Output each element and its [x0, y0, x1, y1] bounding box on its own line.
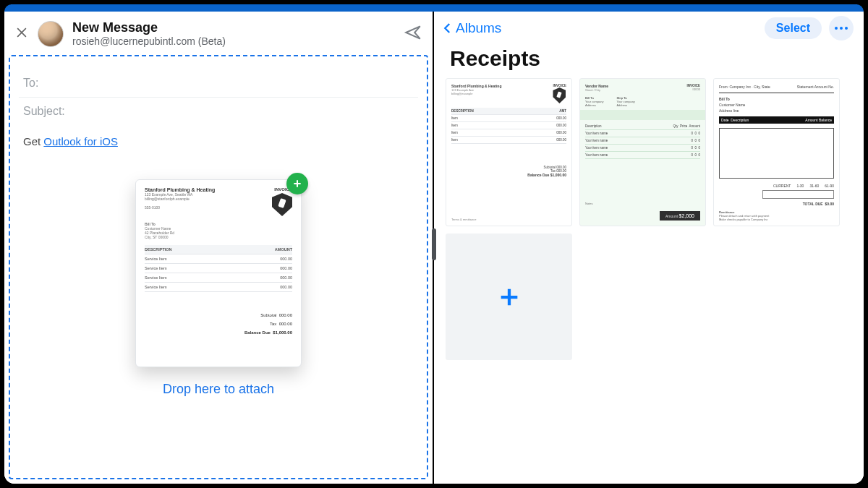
ellipsis-icon [835, 27, 838, 30]
shield-icon [272, 193, 292, 216]
photo-thumb[interactable]: Stanford Plumbing & Heating 123 Example … [446, 78, 572, 226]
compose-from: rosieh@lucernepubintl.com (Beta) [72, 35, 226, 47]
plus-icon [497, 285, 522, 309]
more-button[interactable] [829, 16, 854, 40]
app-top-accent [4, 4, 864, 12]
chevron-left-icon [441, 20, 454, 36]
album-title: Receipts [434, 43, 864, 78]
to-field[interactable]: To: [19, 69, 418, 98]
add-badge-icon [286, 173, 308, 194]
outlook-compose-pane: New Message rosieh@lucernepubintl.com (B… [4, 4, 434, 484]
shield-icon [553, 87, 566, 103]
subject-field[interactable]: Subject: [19, 98, 418, 125]
photos-nav: Albums Select [434, 12, 864, 43]
compose-title: New Message [72, 20, 226, 35]
back-button[interactable]: Albums [441, 20, 501, 36]
outlook-ios-link[interactable]: Outlook for iOS [43, 135, 118, 147]
receipt-drag-card: Stanford Plumbing & Heating 123 Example … [135, 179, 302, 367]
avatar[interactable] [38, 21, 64, 47]
split-view-handle[interactable] [432, 228, 436, 260]
receipt-company: Stanford Plumbing & Heating [145, 187, 215, 192]
select-button[interactable]: Select [765, 17, 822, 39]
close-icon[interactable] [14, 25, 29, 43]
photos-pane: Albums Select Receipts Stanford Plumbing… [434, 4, 864, 484]
send-icon[interactable] [404, 23, 422, 45]
drop-zone[interactable]: To: Subject: Get Outlook for iOS Stanfor… [9, 55, 428, 479]
photo-thumb[interactable]: Vendor Name Street / City INVOICE #0000 … [579, 78, 706, 226]
compose-header: New Message rosieh@lucernepubintl.com (B… [4, 13, 433, 57]
signature-prefix: Get [23, 135, 43, 147]
photo-thumb[interactable]: From: Company Inc · City, StateStatement… [713, 78, 840, 226]
drop-hint: Drop here to attach [10, 382, 427, 397]
drag-preview[interactable]: Stanford Plumbing & Heating 123 Example … [135, 179, 302, 367]
back-label: Albums [456, 20, 501, 36]
compose-heading: New Message rosieh@lucernepubintl.com (B… [72, 20, 226, 47]
invoice-total: Amount $2,000 [660, 211, 700, 221]
photo-grid: Stanford Plumbing & Heating 123 Example … [434, 78, 864, 360]
compose-body[interactable]: Get Outlook for iOS [19, 125, 418, 158]
add-photo-tile[interactable] [446, 234, 572, 360]
